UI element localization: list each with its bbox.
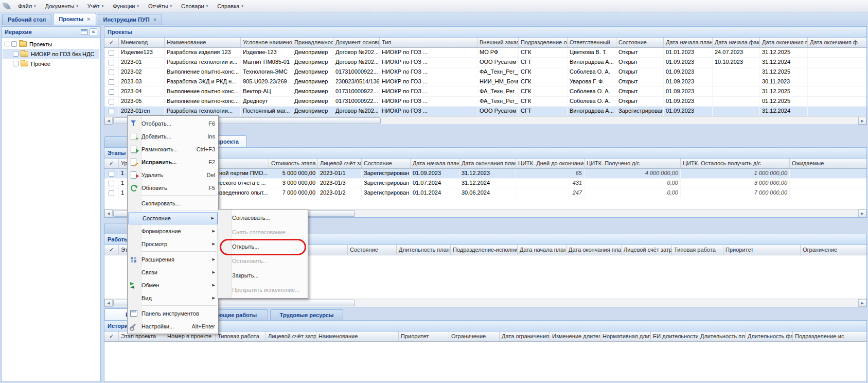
column-header[interactable]: Дата начала план: [411, 159, 459, 168]
table-row[interactable]: 2023-01Разработка технологии и...Магнит …: [104, 58, 866, 67]
menubar-item[interactable]: Словари▾: [176, 0, 212, 12]
row-checkbox[interactable]: [104, 67, 119, 77]
column-header[interactable]: Типовая работа: [216, 332, 266, 341]
menubar-item[interactable]: Файл▾: [13, 0, 41, 12]
context-menu-item[interactable]: Вид▶: [128, 291, 218, 304]
column-header[interactable]: ЦИТК. Дней до окончания: [516, 159, 584, 168]
column-header[interactable]: Тип: [380, 38, 477, 47]
column-header[interactable]: ЕИ длительности: [651, 332, 698, 341]
submenu-item[interactable]: Прекратить исполнение...: [218, 283, 308, 297]
column-header[interactable]: Лицевой счёт затр: [266, 332, 316, 341]
column-header[interactable]: Стоимость этапа: [269, 159, 318, 168]
submenu-item[interactable]: Остановить...: [218, 254, 308, 268]
column-header[interactable]: Дата начала план.: [518, 245, 566, 255]
context-menu-item[interactable]: УдалитьDel: [128, 168, 218, 181]
tree-item[interactable]: НИОКР по ГОЗ без НДС: [3, 49, 99, 59]
tab-item[interactable]: Инструкции ПУП×: [98, 14, 163, 25]
submenu-item[interactable]: Закрыть...: [218, 268, 308, 283]
checkbox[interactable]: [11, 41, 17, 47]
row-checkbox[interactable]: [104, 188, 119, 198]
column-header[interactable]: Дата окончания ф: [808, 38, 866, 47]
row-checkbox[interactable]: [104, 169, 119, 178]
submenu-item[interactable]: Открыть...: [218, 239, 308, 254]
column-header[interactable]: ЦИТК. Получено д/с: [584, 159, 681, 168]
column-header[interactable]: Лицевой счёт затр: [622, 245, 672, 255]
column-header[interactable]: Мнемокод: [119, 38, 165, 47]
submenu-item[interactable]: Снять согласование...: [218, 225, 308, 239]
tree-item[interactable]: Прочее: [3, 59, 99, 68]
column-header[interactable]: Дата ограничения: [500, 332, 550, 341]
column-header[interactable]: ✓: [104, 38, 119, 47]
menubar-item[interactable]: Документы▾: [41, 0, 83, 12]
row-checkbox[interactable]: [104, 179, 119, 188]
column-header[interactable]: Подразделение-от: [519, 38, 568, 47]
column-header[interactable]: Ожидаемые: [790, 159, 866, 168]
column-header[interactable]: ✓: [104, 245, 119, 255]
context-menu-item[interactable]: ОбновитьF5: [128, 181, 218, 194]
checkbox[interactable]: [13, 51, 19, 57]
context-menu-item[interactable]: Настройки...Alt+Enter: [128, 320, 218, 333]
tree-item[interactable]: Проекты: [3, 39, 99, 49]
column-header[interactable]: Нормативная длит: [600, 332, 651, 341]
column-header[interactable]: Длительность пла: [698, 332, 746, 341]
scroll-right-button[interactable]: ▶: [858, 117, 866, 125]
row-checkbox[interactable]: [104, 58, 119, 67]
row-checkbox[interactable]: [104, 77, 119, 86]
column-header[interactable]: Принадлежность: [292, 38, 333, 47]
table-row[interactable]: Изделие123Разработка изделия 123Изделие-…: [104, 48, 866, 58]
row-checkbox[interactable]: [104, 97, 119, 106]
scroll-left-button[interactable]: ◀: [104, 210, 113, 217]
table-row[interactable]: 2023-05Выполнение опытно-конс...Дредноут…: [104, 97, 866, 107]
hierarchy-filter-icon[interactable]: [81, 29, 87, 35]
column-header[interactable]: Состояние: [348, 245, 397, 255]
scroll-left-button[interactable]: ◀: [104, 117, 113, 125]
context-menu-item[interactable]: Исправить...F2: [128, 155, 218, 168]
context-menu-item[interactable]: Расширения▶: [128, 253, 218, 266]
context-menu-item[interactable]: Размножить...Ctrl+F3: [128, 143, 218, 155]
tab-item[interactable]: Проекты×: [53, 13, 96, 25]
column-header[interactable]: Ограничение: [801, 245, 866, 255]
column-header[interactable]: ✓: [104, 332, 119, 341]
context-menu-item[interactable]: Обмен▶: [128, 278, 218, 291]
table-row[interactable]: 2023-04Выполнение опытно-конс...Вектор-А…: [104, 87, 866, 97]
column-header[interactable]: Приоритет: [723, 245, 801, 255]
column-header[interactable]: Приоритет: [399, 332, 449, 341]
scroll-right-button[interactable]: ▶: [858, 210, 866, 217]
column-header[interactable]: Изменение длител: [550, 332, 600, 341]
row-checkbox[interactable]: [104, 48, 119, 57]
column-header[interactable]: Длительность план ▼: [397, 245, 451, 255]
context-menu-item[interactable]: Отобрать...F6: [128, 117, 218, 130]
column-header[interactable]: Ограничение: [449, 332, 500, 341]
column-header[interactable]: Ответственный: [568, 38, 616, 47]
context-menu-item[interactable]: Панель инструментов: [128, 307, 218, 320]
menubar-item[interactable]: Функции▾: [108, 0, 144, 12]
column-header[interactable]: Наименование: [165, 38, 241, 47]
column-header[interactable]: Типовая работа: [672, 245, 723, 255]
context-menu-item[interactable]: Состояние▶: [128, 212, 218, 224]
column-header[interactable]: Дата окончания план: [459, 159, 516, 168]
checkbox[interactable]: [13, 61, 19, 66]
column-header[interactable]: Дата начала план.: [664, 38, 713, 47]
table-row[interactable]: 2023-01генРазработка технологии...Постоя…: [104, 107, 866, 116]
context-menu-item[interactable]: Связи▶: [128, 266, 218, 278]
column-header[interactable]: Состояние: [362, 159, 411, 168]
context-menu-item[interactable]: Скопировать...: [128, 197, 218, 210]
column-header[interactable]: Подразделение-ис: [793, 332, 866, 341]
tab-close-icon[interactable]: ×: [87, 16, 90, 22]
column-header[interactable]: Внешний заказчик: [477, 38, 519, 47]
menubar-item[interactable]: Отчёты▾: [144, 0, 176, 12]
column-header[interactable]: Дата окончания пл: [760, 38, 808, 47]
column-header[interactable]: Подразделение-исполнитель: [451, 245, 518, 255]
collapse-panel-icon[interactable]: «: [90, 28, 97, 36]
column-header[interactable]: Лицевой счёт затр: [318, 159, 362, 168]
table-row[interactable]: 2023-03Разработка ЭКД и РКД н...905-U020…: [104, 77, 866, 87]
column-header[interactable]: ЦИТК. Осталось получить д/с: [681, 159, 790, 168]
tab-close-icon[interactable]: ×: [153, 17, 156, 22]
table-row[interactable]: 2023-02Выполнение опытно-конс...Технолог…: [104, 67, 866, 77]
column-header[interactable]: Условное наименова: [241, 38, 292, 47]
column-header[interactable]: Состояние: [616, 38, 664, 47]
context-menu-item[interactable]: Формирование▶: [128, 224, 218, 237]
row-checkbox[interactable]: [104, 87, 119, 96]
column-header[interactable]: ✓: [104, 159, 119, 168]
table-row[interactable]: 1тной партии ПМО...5 000 000,002023-01/1…: [104, 169, 866, 179]
